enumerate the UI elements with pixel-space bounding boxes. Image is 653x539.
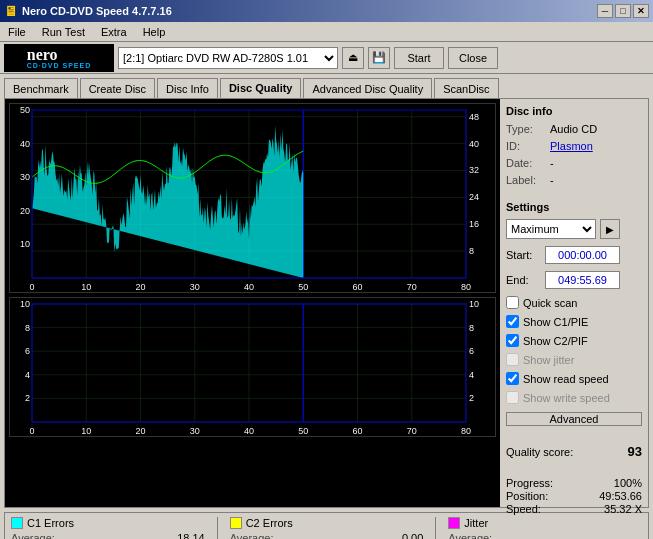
jitter-avg-label: Average: [448, 532, 492, 539]
tab-disc-info[interactable]: Disc Info [157, 78, 218, 98]
show-c2pif-checkbox[interactable] [506, 334, 519, 347]
window-controls: ─ □ ✕ [597, 4, 649, 18]
menu-extra[interactable]: Extra [97, 24, 131, 40]
c1-header: C1 Errors [11, 517, 205, 529]
disc-label-row: Label: - [506, 174, 642, 186]
tab-advanced-disc-quality[interactable]: Advanced Disc Quality [303, 78, 432, 98]
end-time-input[interactable] [545, 271, 620, 289]
c2-avg-row: Average: 0.00 [230, 532, 424, 539]
show-c2pif-row: Show C2/PIF [506, 334, 642, 347]
position-label: Position: [506, 490, 548, 502]
save-button[interactable]: 💾 [368, 47, 390, 69]
position-row: Position: 49:53.66 [506, 490, 642, 502]
disc-info-title: Disc info [506, 105, 642, 117]
menu-bar: File Run Test Extra Help [0, 22, 653, 42]
show-jitter-label: Show jitter [523, 354, 574, 366]
c1-color-box [11, 517, 23, 529]
disc-id-label: ID: [506, 140, 546, 152]
show-write-speed-checkbox[interactable] [506, 391, 519, 404]
disc-id-row: ID: Plasmon [506, 140, 642, 152]
start-button[interactable]: Start [394, 47, 444, 69]
show-read-speed-row: Show read speed [506, 372, 642, 385]
c2-errors-group: C2 Errors Average: 0.00 Maximum: 0 Total… [230, 517, 424, 539]
disc-date-label: Date: [506, 157, 546, 169]
tab-create-disc[interactable]: Create Disc [80, 78, 155, 98]
jitter-color-box [448, 517, 460, 529]
show-c1pie-checkbox[interactable] [506, 315, 519, 328]
end-time-label: End: [506, 274, 541, 286]
show-write-speed-label: Show write speed [523, 392, 610, 404]
show-c2pif-label: Show C2/PIF [523, 335, 588, 347]
quality-value: 93 [628, 444, 642, 459]
eject-button[interactable]: ⏏ [342, 47, 364, 69]
show-read-speed-checkbox[interactable] [506, 372, 519, 385]
jitter-avg-value: - [638, 532, 642, 539]
progress-section: Progress: 100% Position: 49:53.66 Speed:… [506, 477, 642, 516]
tab-benchmark[interactable]: Benchmark [4, 78, 78, 98]
disc-id-value[interactable]: Plasmon [550, 140, 642, 152]
start-time-input[interactable] [545, 246, 620, 264]
app-title: Nero CD-DVD Speed 4.7.7.16 [22, 5, 172, 17]
right-panel: Disc info Type: Audio CD ID: Plasmon Dat… [500, 99, 648, 507]
show-c1pie-label: Show C1/PIE [523, 316, 588, 328]
bottom-chart [9, 297, 496, 437]
speed-settings-row: Maximum ▶ [506, 219, 642, 239]
end-time-row: End: [506, 271, 642, 289]
app-logo: nero CD·DVD SPEED [4, 44, 114, 72]
minimize-button[interactable]: ─ [597, 4, 613, 18]
show-read-speed-label: Show read speed [523, 373, 609, 385]
toolbar: nero CD·DVD SPEED [2:1] Optiarc DVD RW A… [0, 42, 653, 74]
tab-disc-quality[interactable]: Disc Quality [220, 78, 302, 98]
main-content: Disc info Type: Audio CD ID: Plasmon Dat… [4, 98, 649, 508]
disc-date-row: Date: - [506, 157, 642, 169]
jitter-title: Jitter [464, 517, 488, 529]
tab-scan-disc[interactable]: ScanDisc [434, 78, 498, 98]
c2-avg-value: 0.00 [402, 532, 423, 539]
quick-scan-label: Quick scan [523, 297, 577, 309]
c1-title: C1 Errors [27, 517, 74, 529]
jitter-header: Jitter [448, 517, 642, 529]
quick-scan-checkbox[interactable] [506, 296, 519, 309]
drive-selector[interactable]: [2:1] Optiarc DVD RW AD-7280S 1.01 [118, 47, 338, 69]
jitter-avg-row: Average: - [448, 532, 642, 539]
disc-label-label: Label: [506, 174, 546, 186]
advanced-button[interactable]: Advanced [506, 412, 642, 426]
maximize-button[interactable]: □ [615, 4, 631, 18]
disc-date-value: - [550, 157, 642, 169]
menu-run-test[interactable]: Run Test [38, 24, 89, 40]
stat-divider-2 [435, 517, 436, 539]
show-jitter-checkbox[interactable] [506, 353, 519, 366]
speed-select[interactable]: Maximum [506, 219, 596, 239]
speed-value: 35.32 X [604, 503, 642, 515]
c2-avg-label: Average: [230, 532, 274, 539]
progress-value: 100% [614, 477, 642, 489]
quality-row: Quality score: 93 [506, 444, 642, 459]
jitter-group: Jitter Average: - Maximum: - [448, 517, 642, 539]
quality-label: Quality score: [506, 446, 573, 458]
show-write-speed-row: Show write speed [506, 391, 642, 404]
tab-bar: Benchmark Create Disc Disc Info Disc Qua… [0, 74, 653, 98]
settings-title: Settings [506, 201, 642, 213]
c1-avg-label: Average: [11, 532, 55, 539]
settings-extra-btn[interactable]: ▶ [600, 219, 620, 239]
c2-title: C2 Errors [246, 517, 293, 529]
c1-avg-value: 18.14 [177, 532, 205, 539]
close-disc-button[interactable]: Close [448, 47, 498, 69]
show-jitter-row: Show jitter [506, 353, 642, 366]
disc-type-row: Type: Audio CD [506, 123, 642, 135]
disc-label-value: - [550, 174, 642, 186]
c1-errors-group: C1 Errors Average: 18.14 Maximum: 41 Tot… [11, 517, 205, 539]
app-icon: 🖥 [4, 3, 18, 19]
start-time-row: Start: [506, 246, 642, 264]
top-chart [9, 103, 496, 293]
title-bar: 🖥 Nero CD-DVD Speed 4.7.7.16 ─ □ ✕ [0, 0, 653, 22]
close-button[interactable]: ✕ [633, 4, 649, 18]
start-time-label: Start: [506, 249, 541, 261]
c2-color-box [230, 517, 242, 529]
menu-help[interactable]: Help [139, 24, 170, 40]
disc-type-label: Type: [506, 123, 546, 135]
menu-file[interactable]: File [4, 24, 30, 40]
c2-header: C2 Errors [230, 517, 424, 529]
quick-scan-row: Quick scan [506, 296, 642, 309]
show-c1pie-row: Show C1/PIE [506, 315, 642, 328]
